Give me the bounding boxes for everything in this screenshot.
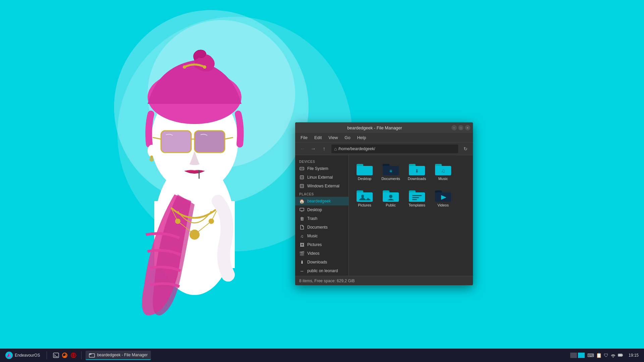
taskbar-logo[interactable]: EndeavourOS bbox=[3, 351, 43, 360]
titlebar: beardedgeek - File Manager − □ × bbox=[295, 122, 473, 133]
sidebar-item-videos-label: Videos bbox=[307, 251, 319, 256]
templates-folder-icon bbox=[409, 188, 425, 202]
sidebar-item-linux-external-label: Linux External bbox=[307, 175, 333, 180]
workspace-1[interactable] bbox=[570, 353, 577, 358]
menubar: File Edit View Go Help bbox=[295, 133, 473, 142]
file-item-videos[interactable]: Videos bbox=[431, 186, 455, 209]
sidebar-item-filesystem[interactable]: File System bbox=[295, 164, 348, 173]
taskbar-left: EndeavourOS bbox=[3, 351, 151, 360]
workspace-switcher bbox=[570, 353, 585, 358]
minimize-button[interactable]: − bbox=[451, 125, 457, 130]
file-item-desktop[interactable]: Desktop bbox=[353, 159, 376, 183]
desktop-folder-label: Desktop bbox=[358, 177, 371, 181]
window-title: beardedgeek - File Manager bbox=[298, 125, 451, 130]
up-button[interactable]: ↑ bbox=[319, 144, 329, 154]
sidebar-item-windows-external[interactable]: Windows External bbox=[295, 182, 348, 190]
sidebar-item-downloads[interactable]: ⬇ Downloads bbox=[295, 258, 348, 266]
file-grid: Desktop ≡ Documents bbox=[349, 155, 473, 276]
file-item-public[interactable]: Public bbox=[379, 186, 402, 209]
endeavouros-logo-icon bbox=[5, 352, 13, 359]
menu-file[interactable]: File bbox=[298, 134, 310, 141]
battery-icon[interactable] bbox=[618, 352, 623, 359]
bluetooth-icon[interactable]: ⌨ bbox=[587, 353, 594, 358]
file-item-documents[interactable]: ≡ Documents bbox=[379, 159, 402, 183]
pictures-folder-icon bbox=[357, 188, 373, 202]
sidebar-item-public-label: public on leonard bbox=[307, 268, 338, 273]
systray: ⌨ 📋 🛡 bbox=[587, 352, 623, 359]
file-item-music[interactable]: ♫ Music bbox=[431, 159, 455, 183]
sidebar-item-desktop[interactable]: Desktop bbox=[295, 205, 348, 214]
sidebar-item-home-label: beardedgeek bbox=[307, 199, 331, 203]
svg-text:≡: ≡ bbox=[389, 168, 392, 174]
svg-rect-24 bbox=[300, 184, 304, 188]
downloads-folder-icon: ⬇ bbox=[409, 161, 425, 175]
shield-icon[interactable]: 🛡 bbox=[604, 353, 608, 358]
svg-point-25 bbox=[301, 185, 303, 187]
menu-go[interactable]: Go bbox=[342, 134, 353, 141]
file-item-downloads[interactable]: ⬇ Downloads bbox=[405, 159, 429, 183]
svg-point-23 bbox=[301, 177, 303, 178]
forward-button[interactable]: → bbox=[309, 144, 318, 154]
videos-icon: 🎬 bbox=[299, 251, 305, 256]
sidebar-item-documents-label: Documents bbox=[307, 225, 328, 230]
statusbar-text: 8 items, Free space: 629,2 GiB bbox=[299, 279, 355, 283]
sidebar-item-desktop-label: Desktop bbox=[307, 207, 322, 212]
svg-point-45 bbox=[389, 195, 392, 198]
sidebar-item-videos[interactable]: 🎬 Videos bbox=[295, 249, 348, 258]
taskbar-browser2-icon[interactable] bbox=[70, 352, 77, 359]
workspace-2[interactable] bbox=[578, 353, 585, 358]
refresh-button[interactable]: ↻ bbox=[461, 144, 470, 154]
documents-icon bbox=[299, 225, 305, 230]
svg-rect-50 bbox=[412, 199, 417, 200]
public-folder-label: Public bbox=[386, 203, 396, 207]
file-item-pictures[interactable]: Pictures bbox=[353, 186, 376, 209]
sidebar-item-public[interactable]: ↔ public on leonard bbox=[295, 266, 348, 275]
sidebar-item-trash-label: Trash bbox=[307, 216, 317, 221]
music-folder-label: Music bbox=[438, 177, 448, 181]
menu-view[interactable]: View bbox=[326, 134, 340, 141]
taskbar-firefox-icon[interactable] bbox=[61, 352, 68, 359]
svg-rect-16 bbox=[199, 170, 200, 179]
svg-point-59 bbox=[612, 356, 613, 357]
documents-folder-label: Documents bbox=[381, 177, 400, 181]
taskbar-logo-text: EndeavourOS bbox=[15, 353, 40, 358]
trash-icon: 🗑 bbox=[299, 216, 305, 221]
sidebar-item-pictures[interactable]: 🖼 Pictures bbox=[295, 240, 348, 249]
downloads-icon: ⬇ bbox=[299, 259, 305, 265]
network-icon[interactable] bbox=[610, 352, 616, 359]
file-manager-window: beardedgeek - File Manager − □ × File Ed… bbox=[295, 122, 473, 285]
clipboard-icon[interactable]: 📋 bbox=[596, 353, 602, 358]
address-bar[interactable]: ⌂ /home/beardedgeek/ bbox=[331, 144, 458, 153]
documents-folder-icon: ≡ bbox=[383, 161, 399, 175]
taskbar-divider-1 bbox=[47, 351, 47, 359]
svg-rect-54 bbox=[53, 353, 59, 358]
templates-folder-label: Templates bbox=[409, 203, 425, 207]
sidebar-item-home[interactable]: 🏠 beardedgeek bbox=[295, 197, 348, 205]
pictures-folder-label: Pictures bbox=[358, 203, 371, 207]
sidebar-item-linux-external[interactable]: Linux External bbox=[295, 173, 348, 182]
sidebar-item-music[interactable]: ♫ Music bbox=[295, 232, 348, 240]
sidebar-item-trash[interactable]: 🗑 Trash bbox=[295, 214, 348, 223]
taskbar-terminal-icon[interactable] bbox=[52, 352, 60, 359]
svg-point-9 bbox=[183, 65, 186, 69]
devices-label: DEVICES bbox=[295, 158, 348, 164]
svg-rect-49 bbox=[412, 197, 419, 198]
back-button[interactable]: ← bbox=[298, 144, 307, 154]
svg-rect-61 bbox=[622, 355, 623, 356]
svg-rect-12 bbox=[195, 131, 225, 153]
svg-rect-62 bbox=[619, 354, 622, 356]
public-folder-icon bbox=[383, 188, 399, 202]
svg-point-10 bbox=[203, 65, 206, 69]
taskbar-filemanager-app[interactable]: beardedgeek - File Manager bbox=[86, 351, 151, 360]
close-button[interactable]: × bbox=[465, 125, 470, 130]
network-label: NETWORK bbox=[295, 275, 348, 276]
public-icon: ↔ bbox=[299, 268, 305, 274]
file-item-templates[interactable]: Templates bbox=[405, 186, 429, 209]
sidebar-item-downloads-label: Downloads bbox=[307, 260, 327, 264]
menu-edit[interactable]: Edit bbox=[312, 134, 324, 141]
sidebar-item-documents[interactable]: Documents bbox=[295, 223, 348, 232]
sidebar-item-filesystem-label: File System bbox=[307, 166, 328, 171]
maximize-button[interactable]: □ bbox=[458, 125, 464, 130]
menu-help[interactable]: Help bbox=[355, 134, 369, 141]
home-folder-icon: 🏠 bbox=[299, 198, 305, 204]
